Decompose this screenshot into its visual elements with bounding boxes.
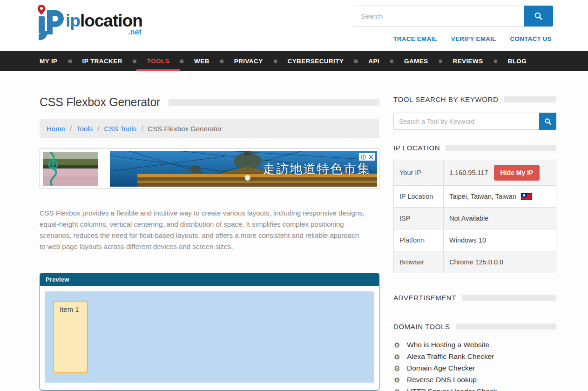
- contact-us-link[interactable]: CONTACT US: [510, 35, 552, 42]
- title-row: CSS Flexbox Generator: [40, 95, 379, 109]
- heading-decoration-bar: [446, 145, 556, 151]
- table-row: Your IP 1.160.95.117 Hide My IP: [394, 160, 556, 186]
- flexbox-preview-container: Item 1: [45, 291, 374, 383]
- page-title: CSS Flexbox Generator: [40, 95, 160, 109]
- nav-item-privacy[interactable]: PRIVACY: [223, 51, 274, 71]
- ad-banner[interactable]: 走訪地道特色市集: [40, 148, 379, 189]
- list-item[interactable]: ⚙Reverse DNS Lookup: [393, 376, 556, 384]
- gear-icon: ⚙: [393, 353, 401, 360]
- domain-tools-heading: DOMAIN TOOLS: [393, 323, 556, 330]
- header-links: TRACE EMAIL VERIFY EMAIL CONTACT US: [393, 35, 552, 42]
- table-row: Platform Windows 10: [394, 229, 556, 251]
- logo-ip: ip: [66, 11, 80, 30]
- breadcrumb-home[interactable]: Home: [47, 125, 65, 133]
- advertisement-heading: ADVERTISEMENT: [393, 294, 556, 302]
- breadcrumb: Home / Tools / CSS Tools / CSS Flexbox G…: [40, 119, 379, 138]
- search-icon: [534, 12, 543, 20]
- nav-separator: [133, 60, 136, 63]
- domain-tools-list: ⚙Who is Hosting a Website ⚙Alexa Traffic…: [393, 341, 556, 391]
- search-icon: [544, 118, 552, 125]
- nav-separator: [390, 60, 393, 63]
- nav-item-api[interactable]: API: [358, 51, 390, 71]
- preview-panel-body: Item 1: [40, 286, 379, 390]
- ip-location-value: Taipei, Taiwan, Taiwan: [449, 193, 516, 200]
- nav-item-reviews[interactable]: REVIEWS: [442, 51, 494, 71]
- nav-item-games[interactable]: GAMES: [393, 51, 439, 71]
- preview-panel: Preview Item 1: [40, 273, 379, 391]
- nav-separator: [274, 60, 277, 63]
- header-search-button[interactable]: [524, 6, 553, 27]
- logo-net: .net: [128, 28, 141, 36]
- flexbox-preview-item: Item 1: [53, 301, 88, 373]
- nav-separator: [220, 60, 223, 63]
- gear-icon: ⚙: [393, 388, 401, 391]
- nav-item-blog[interactable]: BLOG: [497, 51, 538, 71]
- nav-separator: [494, 60, 497, 63]
- tool-search-input[interactable]: [393, 113, 539, 130]
- nav-separator: [354, 60, 358, 63]
- table-row: ISP Not Available: [394, 208, 556, 229]
- nav-separator: [439, 60, 442, 63]
- list-item[interactable]: ⚙Domain Age Checker: [393, 364, 556, 372]
- verify-email-link[interactable]: VERIFY EMAIL: [451, 35, 496, 42]
- breadcrumb-css-tools[interactable]: CSS Tools: [104, 125, 136, 133]
- content-area: CSS Flexbox Generator Home / Tools / CSS…: [0, 71, 588, 391]
- nav-separator: [68, 60, 72, 63]
- nav-item-ip-tracker[interactable]: IP TRACKER: [72, 51, 133, 71]
- ad-controls: [359, 153, 375, 161]
- hide-my-ip-button[interactable]: Hide My IP: [494, 165, 540, 181]
- table-row: Browser Chrome 125.0.0.0: [394, 251, 556, 273]
- site-logo[interactable]: iplocation .net: [35, 4, 142, 40]
- ad-overlay-text: 走訪地道特色市集: [263, 161, 371, 177]
- ip-location-heading: IP LOCATION: [393, 144, 556, 152]
- your-ip-value: 1.160.95.117: [449, 169, 488, 176]
- list-item[interactable]: ⚙HTTP Server Header Check: [393, 387, 556, 391]
- nav-item-my-ip[interactable]: MY IP: [40, 51, 68, 71]
- heading-decoration-bar: [462, 295, 556, 301]
- tool-search-button[interactable]: [539, 113, 556, 130]
- nav-item-cybersecurity[interactable]: CYBERSECURITY: [277, 51, 355, 71]
- list-item[interactable]: ⚙Alexa Traffic Rank Checker: [393, 352, 556, 361]
- site-header: iplocation .net TRACE EMAIL VERIFY EMAIL…: [0, 0, 588, 51]
- preview-panel-title: Preview: [40, 273, 379, 286]
- logo-text: iplocation .net: [66, 11, 142, 36]
- ad-info-icon[interactable]: [359, 153, 367, 161]
- breadcrumb-separator: /: [97, 125, 99, 133]
- main-column: CSS Flexbox Generator Home / Tools / CSS…: [40, 95, 379, 391]
- gear-icon: ⚙: [393, 377, 401, 384]
- tool-search: [393, 113, 556, 130]
- main-nav: MY IP IP TRACKER TOOLS WEB PRIVACY CYBER…: [0, 51, 588, 71]
- platform-value: Windows 10: [444, 229, 556, 251]
- tool-search-heading: TOOL SEARCH BY KEYWORD: [393, 95, 556, 103]
- ad-close-icon[interactable]: [367, 153, 375, 161]
- nav-separator: [180, 60, 183, 63]
- gear-icon: ⚙: [393, 365, 401, 372]
- heading-decoration-bar: [456, 324, 556, 330]
- logo-icon: [35, 4, 65, 40]
- title-decoration-bar: [169, 99, 379, 106]
- heading-decoration-bar: [504, 96, 556, 102]
- breadcrumb-current: CSS Flexbox Generator: [148, 125, 222, 133]
- ip-location-table: Your IP 1.160.95.117 Hide My IP IP Locat…: [393, 160, 556, 273]
- page-description: CSS Flexbox provides a flexible and intu…: [40, 208, 365, 252]
- gear-icon: ⚙: [393, 342, 401, 349]
- header-search: [354, 6, 553, 27]
- list-item[interactable]: ⚙Who is Hosting a Website: [393, 341, 556, 349]
- taiwan-flag-icon: [521, 193, 532, 200]
- logo-location: location: [80, 11, 142, 30]
- breadcrumb-separator: /: [70, 125, 72, 133]
- isp-value: Not Available: [444, 208, 556, 229]
- nav-item-tools[interactable]: TOOLS: [136, 51, 180, 71]
- nav-item-web[interactable]: WEB: [183, 51, 220, 71]
- table-row: IP Location Taipei, Taiwan, Taiwan: [394, 186, 556, 208]
- breadcrumb-separator: /: [141, 125, 143, 133]
- browser-value: Chrome 125.0.0.0: [444, 251, 556, 273]
- ad-main-image: 走訪地道特色市集: [110, 151, 377, 187]
- sidebar: TOOL SEARCH BY KEYWORD IP LOCATION Your …: [393, 95, 556, 391]
- ad-thumbnail-image: [43, 152, 98, 186]
- breadcrumb-tools[interactable]: Tools: [76, 125, 93, 133]
- trace-email-link[interactable]: TRACE EMAIL: [393, 35, 437, 42]
- header-search-input[interactable]: [354, 6, 524, 27]
